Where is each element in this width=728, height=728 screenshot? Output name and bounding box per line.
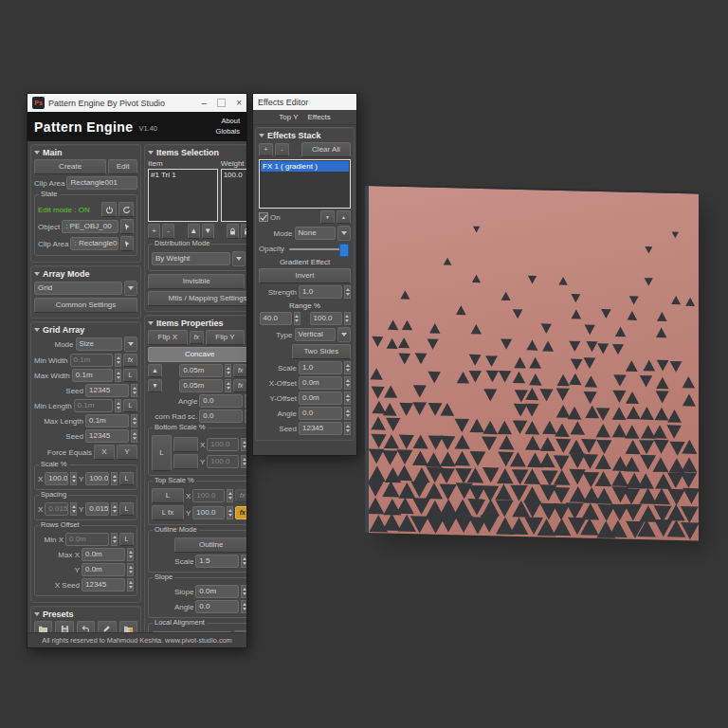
force-equals-x-button[interactable]: X	[94, 445, 115, 460]
value-field[interactable]: 0.05m	[179, 364, 223, 377]
value-field[interactable]: 1.5	[195, 555, 239, 568]
value-field[interactable]: 40.0	[260, 312, 292, 325]
move-up-button[interactable]: ▲	[188, 224, 200, 239]
move-down-button[interactable]: ▼	[202, 224, 214, 239]
spinner-control[interactable]	[294, 312, 300, 325]
dropdown-arrow-button[interactable]	[337, 327, 351, 342]
move-effect-up-button[interactable]: ▲	[337, 210, 351, 224]
viewport-pattern-plane[interactable]	[369, 186, 699, 541]
two-sides-button[interactable]: Two Sides	[292, 344, 351, 359]
move-effect-down-button[interactable]: ▼	[320, 210, 335, 224]
preset-blank-button[interactable]	[173, 454, 198, 469]
value-field[interactable]: 100.0	[192, 489, 225, 502]
remove-item-button[interactable]: -	[162, 224, 174, 239]
spinner-control[interactable]	[241, 438, 246, 451]
spinner-control[interactable]	[131, 414, 137, 428]
power-button[interactable]	[101, 202, 117, 217]
value-field[interactable]: 0.015m	[85, 502, 109, 516]
spinner-control[interactable]	[344, 422, 351, 435]
unlock-button[interactable]	[241, 224, 246, 239]
spinner-control[interactable]	[111, 502, 118, 516]
spinner-control[interactable]	[227, 506, 233, 519]
pick-object-button[interactable]	[120, 219, 134, 234]
spinner-control[interactable]	[344, 407, 351, 420]
pick-object-button[interactable]	[120, 236, 134, 251]
clear-all-button[interactable]: Clear All	[301, 142, 351, 157]
create-button[interactable]: Create	[34, 159, 106, 174]
value-field[interactable]: 1.0	[299, 361, 342, 374]
invisible-button[interactable]: Invisible	[148, 274, 245, 289]
common-settings-button[interactable]: Common Settings	[34, 298, 137, 313]
value-field[interactable]: : PE_OBJ_00	[62, 220, 118, 233]
value-field[interactable]: Vertical	[295, 328, 337, 341]
spinner-control[interactable]	[131, 429, 137, 443]
value-field[interactable]: 100.0	[192, 506, 225, 519]
value-field[interactable]: 0.015m	[45, 502, 68, 516]
section-header-effects-stack[interactable]: Effects Stack	[259, 131, 351, 140]
value-field[interactable]: 12345	[299, 422, 342, 435]
fx-button[interactable]: fx	[233, 379, 246, 392]
spinner-control[interactable]	[225, 364, 231, 377]
remove-effect-button[interactable]: -	[275, 143, 289, 156]
item-listbox[interactable]: #1 Tri 1	[148, 169, 218, 222]
spinner-control[interactable]	[245, 410, 246, 423]
value-field[interactable]: By Weight	[152, 252, 230, 265]
up-arrow-button[interactable]: ▲	[148, 364, 162, 377]
value-field[interactable]: 0.0	[299, 407, 342, 420]
spinner-control[interactable]	[241, 555, 246, 568]
maximize-button[interactable]	[217, 99, 226, 107]
spinner-control[interactable]	[115, 354, 121, 367]
weight-listbox[interactable]: 100.0	[221, 169, 246, 222]
value-field[interactable]: 0.0m	[82, 563, 125, 576]
fx-button[interactable]: fx	[233, 364, 246, 377]
value-field[interactable]: 100.0	[45, 472, 68, 485]
value-field[interactable]: : Rectangle0	[70, 237, 118, 250]
link-button[interactable]: L	[123, 369, 137, 382]
value-field[interactable]: 0.0m	[65, 533, 109, 546]
invert-button[interactable]: Invert	[259, 268, 351, 283]
value-field[interactable]: 100.0	[85, 472, 109, 485]
spinner-control[interactable]	[344, 312, 351, 325]
spinner-control[interactable]	[344, 391, 351, 405]
value-field[interactable]: None	[295, 227, 337, 240]
spinner-control[interactable]	[131, 384, 137, 397]
folder-button[interactable]	[34, 621, 52, 632]
refresh-button[interactable]	[118, 202, 134, 217]
dropdown-arrow-button[interactable]	[124, 281, 137, 296]
lock-button[interactable]	[227, 224, 239, 239]
globals-link[interactable]: Globals	[216, 127, 240, 137]
section-header-presets[interactable]: Presets	[34, 610, 137, 619]
value-field[interactable]: 0.05m	[179, 379, 223, 392]
spinner-control[interactable]	[241, 585, 246, 598]
fx-button[interactable]: fx	[190, 331, 204, 344]
value-field[interactable]: 0.1m	[70, 354, 113, 367]
value-field[interactable]: 0.1m	[72, 369, 113, 382]
value-field[interactable]: 100.0	[310, 312, 342, 325]
section-header-grid-array[interactable]: Grid Array	[34, 325, 137, 335]
spinner-control[interactable]	[111, 533, 118, 546]
value-field[interactable]: 100.0	[207, 438, 239, 451]
spinner-control[interactable]	[344, 376, 351, 390]
lock-xy-button[interactable]: L	[152, 435, 172, 471]
fx-button[interactable]: fx	[235, 489, 246, 502]
value-field[interactable]: 0.0m	[299, 391, 342, 405]
spinner-control[interactable]	[344, 361, 351, 374]
tab-top-y[interactable]: Top Y	[279, 113, 298, 121]
spinner-control[interactable]	[115, 369, 121, 382]
dropdown-arrow-button[interactable]	[124, 337, 137, 352]
value-field[interactable]: 1.0	[299, 285, 342, 299]
save-button[interactable]	[55, 621, 73, 632]
spinner-control[interactable]	[70, 472, 77, 485]
down-arrow-button[interactable]: ▼	[148, 379, 162, 392]
value-field[interactable]: 0.1m	[74, 399, 113, 412]
mtls-mapping-settings-button[interactable]: Mtls / Mapping Settings	[148, 291, 246, 306]
section-header-array-mode[interactable]: Array Mode	[34, 269, 137, 279]
close-button[interactable]: ×	[236, 99, 242, 108]
opacity-slider[interactable]	[289, 248, 348, 250]
value-field[interactable]: 12345	[85, 429, 129, 443]
link-button[interactable]: L	[123, 399, 137, 412]
flip-y-button[interactable]: Flip Y	[206, 330, 246, 345]
opacity-slider-handle[interactable]	[339, 244, 349, 257]
add-effect-button[interactable]: +	[259, 143, 273, 156]
link-button[interactable]: L	[119, 533, 134, 546]
